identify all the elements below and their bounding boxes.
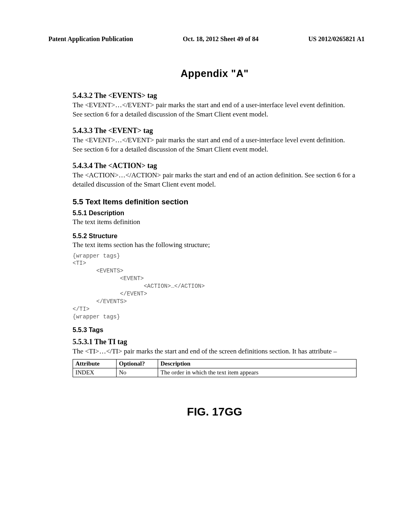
para-5-4-3-2: The <EVENT>…</EVENT> pair marks the star… [73,101,357,119]
heading-5-4-3-4: 5.4.3.4 The <ACTION> tag [73,162,357,170]
header-left: Patent Application Publication [48,35,133,43]
code-block-structure: {wrapper tags} <TI> <EVENTS> <EVENT> <AC… [73,252,357,321]
para-5-5-2: The text items section has the following… [73,241,357,250]
appendix-title: Appendix "A" [73,68,357,79]
th-optional: Optional? [117,360,158,368]
heading-5-4-3-3: 5.4.3.3 The <EVENT> tag [73,127,357,135]
para-5-4-3-3: The <EVENT>…</EVENT> pair marks the star… [73,136,357,154]
td-description: The order in which the text item appears [158,368,357,377]
heading-5-5-1: 5.5.1 Description [73,210,357,217]
td-attribute: INDEX [73,368,117,377]
th-attribute: Attribute [73,360,117,368]
para-5-5-1: The text items definition [73,218,357,227]
page: Patent Application Publication Oct. 18, … [0,0,413,532]
header-center: Oct. 18, 2012 Sheet 49 of 84 [133,35,309,43]
heading-5-5: 5.5 Text Items definition section [73,197,357,206]
heading-5-5-3-1: 5.5.3.1 The TI tag [73,338,357,346]
heading-5-4-3-2: 5.4.3.2 The <EVENTS> tag [73,91,357,100]
figure-label: FIG. 17GG [73,405,357,418]
table-row: INDEX No The order in which the text ite… [73,368,357,377]
attribute-table: Attribute Optional? Description INDEX No… [73,359,357,377]
heading-5-5-2: 5.5.2 Structure [73,233,357,240]
heading-5-5-3: 5.5.3 Tags [73,326,357,334]
th-description: Description [158,360,357,368]
para-5-5-3-1: The <TI>…</TI> pair marks the start and … [73,347,357,356]
content-area: Appendix "A" 5.4.3.2 The <EVENTS> tag Th… [73,68,357,418]
td-optional: No [117,368,158,377]
header-right: US 2012/0265821 A1 [308,35,365,43]
page-header: Patent Application Publication Oct. 18, … [48,35,365,43]
para-5-4-3-4: The <ACTION>…</ACTION> pair marks the st… [73,171,357,189]
table-header-row: Attribute Optional? Description [73,360,357,368]
